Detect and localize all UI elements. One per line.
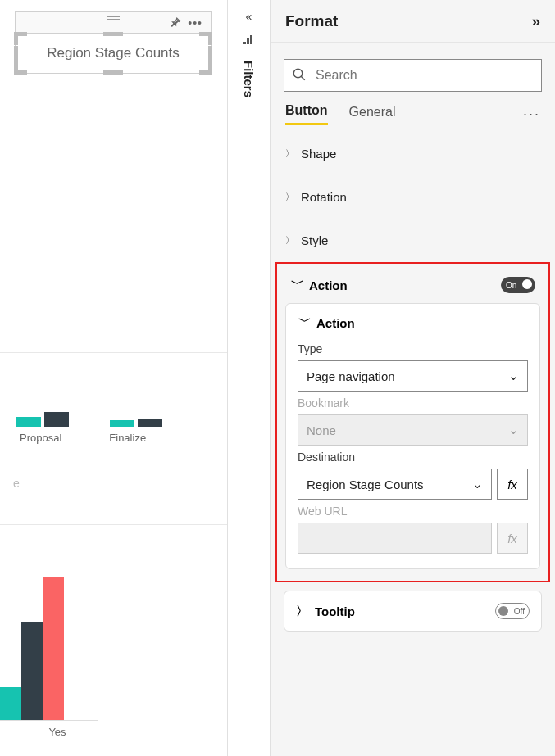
bookmark-select: None ⌄ bbox=[298, 414, 528, 446]
section-shape[interactable]: 〉 Shape bbox=[271, 132, 555, 175]
svg-rect-1 bbox=[243, 42, 246, 44]
visual-header[interactable]: ••• bbox=[15, 11, 212, 33]
chart-proposal-finalize: Proposal Finalize bbox=[0, 352, 227, 444]
select-value: Region Stage Counts bbox=[307, 478, 424, 491]
section-action[interactable]: 〉 Action On bbox=[277, 264, 548, 303]
axis-label: Finalize bbox=[109, 432, 146, 444]
section-tooltip[interactable]: 〉 Tooltip Off bbox=[284, 591, 542, 632]
search-icon bbox=[292, 67, 307, 82]
format-header: Format » bbox=[271, 0, 555, 43]
destination-select[interactable]: Region Stage Counts ⌄ bbox=[298, 469, 492, 500]
more-icon[interactable]: ··· bbox=[523, 106, 540, 123]
svg-rect-2 bbox=[247, 38, 249, 44]
chevron-down-icon: ⌄ bbox=[472, 477, 483, 491]
tooltip-toggle[interactable]: Off bbox=[495, 603, 530, 619]
format-title: Format bbox=[285, 12, 338, 30]
format-tabs: Button General ··· bbox=[271, 103, 555, 132]
section-label: Rotation bbox=[301, 190, 347, 204]
bar bbox=[43, 577, 64, 720]
collapse-icon[interactable]: « bbox=[246, 10, 252, 23]
svg-point-4 bbox=[293, 69, 303, 78]
axis-fragment: e bbox=[13, 477, 20, 490]
chevron-right-icon: 〉 bbox=[285, 147, 294, 160]
chevron-down-icon: 〉 bbox=[296, 317, 312, 329]
bar bbox=[16, 417, 41, 427]
bar bbox=[0, 687, 21, 720]
more-icon[interactable]: ••• bbox=[188, 16, 202, 29]
fx-button-disabled: fx bbox=[497, 523, 528, 554]
chevron-down-icon: 〉 bbox=[289, 279, 304, 292]
title-text: Region Stage Counts bbox=[47, 45, 180, 61]
filters-label[interactable]: Filters bbox=[242, 61, 256, 97]
chart-yes: Yes bbox=[0, 573, 98, 738]
expand-icon[interactable]: » bbox=[531, 12, 540, 30]
title-text-box[interactable]: Region Stage Counts bbox=[15, 33, 212, 74]
bar bbox=[110, 420, 134, 427]
tab-general[interactable]: General bbox=[349, 105, 396, 124]
destination-label: Destination bbox=[298, 450, 528, 464]
search-box bbox=[284, 59, 542, 92]
report-canvas: ••• Region Stage Counts Proposal Finali bbox=[0, 0, 228, 756]
filters-rail: « Filters bbox=[228, 0, 271, 756]
section-label: Action bbox=[309, 278, 348, 292]
title-visual[interactable]: ••• Region Stage Counts bbox=[15, 11, 212, 74]
select-value: None bbox=[307, 423, 336, 437]
chevron-right-icon: 〉 bbox=[285, 234, 294, 247]
bookmark-label: Bookmark bbox=[298, 396, 528, 410]
type-label: Type bbox=[298, 342, 528, 355]
tab-button[interactable]: Button bbox=[285, 103, 328, 125]
divider bbox=[0, 524, 227, 525]
grip-icon[interactable] bbox=[107, 16, 120, 20]
bar bbox=[21, 622, 43, 720]
svg-rect-3 bbox=[250, 35, 252, 44]
action-highlight: 〉 Action On 〉 Action Type Page navigatio… bbox=[275, 262, 550, 582]
axis-label: Proposal bbox=[20, 432, 61, 444]
section-rotation[interactable]: 〉 Rotation bbox=[271, 175, 555, 219]
chevron-right-icon: 〉 bbox=[296, 604, 308, 619]
weburl-label: Web URL bbox=[298, 505, 528, 518]
pin-icon[interactable] bbox=[170, 17, 181, 29]
bar bbox=[44, 412, 69, 427]
action-toggle[interactable]: On bbox=[501, 277, 535, 293]
weburl-input bbox=[298, 523, 492, 554]
toggle-label: On bbox=[506, 281, 516, 290]
search-input[interactable] bbox=[284, 59, 542, 92]
chevron-down-icon: ⌄ bbox=[508, 423, 519, 437]
select-value: Page navigation bbox=[307, 369, 395, 383]
format-pane: Format » Button General ··· 〉 Shape 〉 Ro… bbox=[271, 0, 555, 756]
section-style[interactable]: 〉 Style bbox=[271, 219, 555, 262]
type-select[interactable]: Page navigation ⌄ bbox=[298, 360, 528, 392]
bar bbox=[138, 419, 162, 427]
action-card: 〉 Action Type Page navigation ⌄ Bookmark… bbox=[285, 303, 540, 569]
section-label: Tooltip bbox=[315, 604, 355, 618]
svg-line-5 bbox=[301, 76, 305, 80]
section-label: Shape bbox=[301, 147, 336, 161]
fx-button[interactable]: fx bbox=[497, 469, 528, 500]
axis-label: Yes bbox=[0, 721, 98, 738]
section-label: Style bbox=[301, 233, 328, 247]
filters-icon[interactable] bbox=[243, 34, 255, 44]
action-subheading[interactable]: 〉 Action bbox=[298, 315, 528, 331]
toggle-label: Off bbox=[514, 607, 525, 616]
chevron-right-icon: 〉 bbox=[285, 191, 294, 203]
chevron-down-icon: ⌄ bbox=[508, 369, 519, 383]
